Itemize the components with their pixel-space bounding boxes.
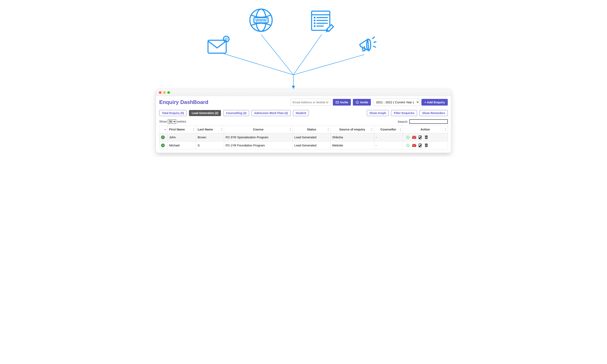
edit-icon[interactable]: [419, 143, 422, 147]
show-prefix: Show: [159, 120, 167, 123]
cell-source: Website: [330, 141, 374, 149]
email-icon[interactable]: [412, 136, 416, 139]
svg-point-30: [356, 101, 359, 104]
table-search-input[interactable]: [409, 119, 448, 124]
cell-last-name: Brown: [196, 133, 224, 141]
show-suffix: entries: [177, 120, 186, 123]
svg-rect-46: [425, 145, 426, 147]
button-filter-enquiries[interactable]: Filter Enquiries: [391, 110, 417, 116]
cell-course: FD 3YR Specialization Program: [224, 133, 292, 141]
col-status[interactable]: Status▲▼: [293, 126, 331, 133]
svg-line-0: [220, 52, 293, 75]
col-source-of-enquiry[interactable]: Source of enquiry▲▼: [330, 126, 374, 133]
col-counsellor[interactable]: Counsellor▲▼: [374, 126, 403, 133]
svg-point-9: [250, 9, 272, 31]
svg-rect-37: [425, 137, 426, 139]
svg-line-3: [293, 55, 364, 75]
col-first-name[interactable]: First Name▲▼: [168, 126, 196, 133]
svg-rect-45: [426, 143, 427, 144]
svg-marker-23: [327, 25, 333, 31]
enquiry-table: ▲First Name▲▼Last Name▲▼Course▲▼Status▲▼…: [159, 125, 448, 149]
svg-line-24: [327, 29, 329, 31]
svg-line-27: [372, 37, 375, 39]
col-action[interactable]: Action▲▼: [403, 126, 448, 133]
table-row: + Michael S FD 1YR Foundation Program Le…: [159, 141, 448, 149]
cell-status: Lead Generated: [293, 133, 331, 141]
window-close-dot[interactable]: [159, 91, 161, 94]
invite-whatsapp-label: Invite: [360, 101, 368, 104]
year-select[interactable]: 2021 - 2022 ( Current Year ): [373, 99, 420, 106]
svg-line-29: [373, 46, 376, 47]
entries-length-control: Show 50 entries: [159, 119, 186, 124]
svg-point-10: [256, 9, 266, 31]
svg-line-2: [293, 34, 322, 75]
invite-email-button[interactable]: Invite: [333, 99, 351, 105]
svg-rect-48: [427, 145, 427, 147]
envelope-icon: [336, 101, 339, 104]
lead-sources-funnel: @ WWW: [156, 4, 451, 89]
cell-status: Lead Generated: [293, 141, 331, 149]
cell-course: FD 1YR Foundation Program: [224, 141, 292, 149]
cell-first-name: Michael: [168, 141, 196, 149]
page-size-select[interactable]: 50: [168, 119, 176, 124]
cell-action: [403, 141, 448, 149]
dashboard-window: Enquiry DashBoard Invite Invite 2021 - 2…: [156, 89, 451, 153]
svg-rect-41: [412, 144, 416, 147]
svg-rect-6: [208, 40, 226, 53]
svg-point-7: [223, 36, 229, 42]
cell-last-name: S: [196, 141, 224, 149]
window-titlebar: [156, 89, 451, 96]
svg-line-1: [261, 34, 293, 75]
edit-icon[interactable]: [419, 135, 422, 139]
window-max-dot[interactable]: [167, 91, 170, 94]
expand-row-button[interactable]: +: [161, 143, 165, 147]
svg-rect-47: [426, 145, 426, 147]
svg-rect-11: [254, 18, 268, 23]
svg-marker-25: [326, 29, 329, 32]
svg-point-26: [367, 39, 371, 51]
cell-source: Shiksha: [330, 133, 374, 141]
svg-text:@: @: [224, 37, 228, 41]
button-show-reminders[interactable]: Show Reminders: [420, 110, 448, 116]
delete-icon[interactable]: [425, 135, 428, 139]
add-enquiry-button[interactable]: + Add Enquiry: [422, 99, 448, 105]
cell-action: [403, 133, 448, 141]
contact-search-input[interactable]: [290, 99, 331, 106]
svg-marker-5: [292, 86, 295, 89]
invite-email-label: Invite: [340, 101, 348, 104]
svg-point-19: [314, 23, 315, 24]
svg-text:WWW: WWW: [255, 18, 267, 23]
cell-first-name: John: [168, 133, 196, 141]
svg-point-31: [407, 136, 409, 139]
tab-lead-generation-2[interactable]: Lead Generation (2): [189, 110, 221, 116]
expand-row-button[interactable]: +: [161, 135, 165, 139]
search-label: Search:: [397, 120, 408, 123]
whatsapp-icon[interactable]: [406, 143, 410, 147]
svg-rect-36: [426, 135, 427, 136]
svg-point-21: [314, 26, 315, 26]
col-expand[interactable]: ▲: [159, 126, 168, 133]
table-row: + John Brown FD 3YR Specialization Progr…: [159, 133, 448, 141]
svg-rect-39: [427, 137, 427, 139]
delete-icon[interactable]: [425, 143, 428, 147]
whatsapp-icon[interactable]: [406, 135, 410, 139]
tab-counselling-4[interactable]: Counselling (4): [223, 110, 249, 116]
svg-point-40: [407, 144, 409, 147]
svg-point-15: [314, 17, 315, 18]
svg-line-28: [373, 42, 376, 42]
email-icon[interactable]: [412, 144, 416, 147]
svg-rect-13: [312, 11, 330, 30]
svg-rect-32: [412, 136, 416, 139]
tab-admission-work-flow-4[interactable]: Admission Work Flow (4): [251, 110, 290, 116]
col-course[interactable]: Course▲▼: [224, 126, 292, 133]
cell-counsellor: -: [374, 133, 403, 141]
window-min-dot[interactable]: [163, 91, 166, 94]
cell-counsellor: -: [374, 141, 403, 149]
col-last-name[interactable]: Last Name▲▼: [196, 126, 224, 133]
invite-whatsapp-button[interactable]: Invite: [353, 99, 371, 105]
whatsapp-icon: [356, 101, 359, 104]
button-show-graph[interactable]: Show Graph: [367, 110, 389, 116]
tab-total-enquiry-0[interactable]: Total Enquiry (0): [159, 110, 186, 116]
svg-point-17: [314, 20, 315, 21]
tab-student[interactable]: Student: [293, 110, 309, 116]
